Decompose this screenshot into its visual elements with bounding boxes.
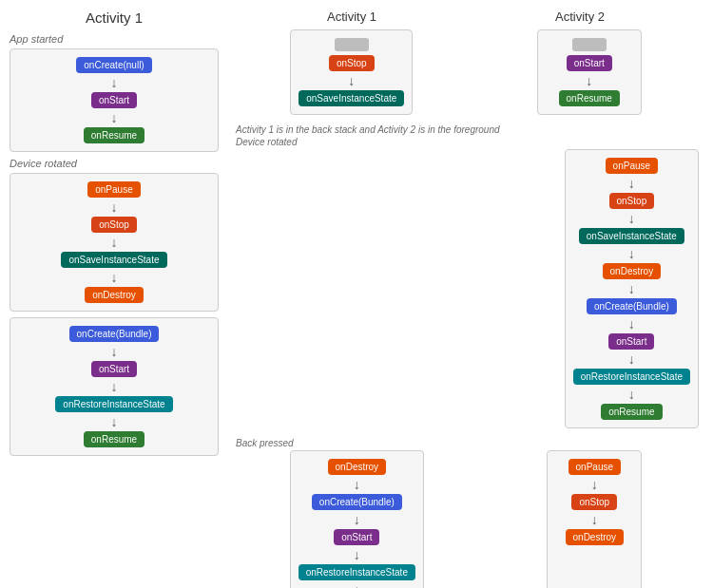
back-pressed-label: Back pressed — [228, 438, 703, 448]
onsaveinstancestate-pill-1: onSaveInstanceState — [61, 252, 166, 268]
arrow-7: ↓ — [111, 380, 118, 393]
onstart-top-pill: onStart — [567, 55, 612, 71]
onstop-bp-a2: onStop — [571, 494, 617, 510]
back-pressed-act1-box: onDestroy ↓ onCreate(Bundle) ↓ onStart ↓… — [290, 450, 424, 588]
onrestore-bp: onRestoreInstanceState — [299, 564, 415, 580]
onstart-bp: onStart — [334, 529, 379, 545]
arrow-1: ↓ — [111, 76, 118, 89]
arrow-5: ↓ — [111, 271, 118, 284]
device-rotated-label-left: Device rotated — [10, 158, 219, 169]
onstart-pill-1: onStart — [91, 92, 137, 108]
ondestroy-bp-a2: onDestroy — [566, 529, 625, 545]
right-panel: Activity 1 Activity 2 onStop ↓ onSaveIns… — [228, 9, 703, 579]
app-started-box: onCreate(null) ↓ onStart ↓ onResume — [10, 48, 219, 152]
onstart-pill-2: onStart — [91, 361, 137, 377]
onstop-dr: onStop — [609, 193, 655, 209]
device-rotated-box2: onCreate(Bundle) ↓ onStart ↓ onRestoreIn… — [10, 317, 219, 456]
arrow-6: ↓ — [111, 345, 118, 358]
act1-gray-top — [335, 38, 369, 51]
onpause-dr: onPause — [606, 158, 658, 174]
arrow-3: ↓ — [111, 200, 118, 214]
top-act2-box: onStart ↓ onResume — [537, 29, 642, 115]
right-act2-label: Activity 2 — [555, 9, 605, 24]
arrow-8: ↓ — [111, 415, 118, 428]
onstart-dr: onStart — [608, 333, 654, 350]
oncreate-bundle-bp: onCreate(Bundle) — [312, 494, 402, 510]
onresume-dr: onResume — [601, 404, 662, 420]
main-diagram: Activity 1 App started onCreate(null) ↓ … — [0, 0, 713, 588]
left-title: Activity 1 — [10, 9, 219, 26]
ondestroy-bp: onDestroy — [328, 459, 387, 475]
arrow-2: ↓ — [111, 111, 118, 124]
onresume-top-pill: onResume — [559, 90, 620, 106]
act2-gray-top — [572, 38, 607, 51]
left-panel: Activity 1 App started onCreate(null) ↓ … — [10, 9, 219, 579]
right-act1-label: Activity 1 — [327, 9, 376, 24]
app-started-label: App started — [10, 33, 219, 45]
back-stack-note: Activity 1 is in the back stack and Acti… — [228, 124, 703, 135]
device-rotated-right-label: Device rotated — [228, 137, 703, 147]
onpause-bp-a2: onPause — [568, 459, 621, 475]
oncreate-bundle-pill-1: onCreate(Bundle) — [69, 326, 160, 342]
onstop-top-pill: onStop — [329, 55, 375, 71]
oncreate-bundle-dr: onCreate(Bundle) — [587, 298, 677, 314]
onsaveinstancestate-top-pill: onSaveInstanceState — [299, 90, 404, 106]
device-rotated-box1: onPause ↓ onStop ↓ onSaveInstanceState ↓… — [10, 173, 219, 312]
back-pressed-act2-box: onPause ↓ onStop ↓ onDestroy — [547, 450, 642, 588]
ondestroy-pill-1: onDestroy — [85, 287, 144, 303]
arrow-4: ↓ — [111, 236, 118, 249]
oncreate-null-pill: onCreate(null) — [76, 57, 151, 73]
onresume-pill-2: onResume — [84, 431, 145, 447]
onresume-pill-1: onResume — [84, 127, 145, 143]
ondestroy-dr: onDestroy — [603, 263, 662, 279]
top-act1-box: onStop ↓ onSaveInstanceState — [290, 29, 413, 115]
onsave-dr: onSaveInstanceState — [579, 228, 684, 244]
onrestore-dr: onRestoreInstanceState — [573, 369, 690, 385]
onrestoreinstancestate-pill-1: onRestoreInstanceState — [55, 396, 172, 412]
device-rotated-act2-box: onPause ↓ onStop ↓ onSaveInstanceState ↓… — [565, 149, 699, 428]
onpause-pill-1: onPause — [87, 181, 140, 198]
onstop-pill-1: onStop — [91, 217, 137, 233]
